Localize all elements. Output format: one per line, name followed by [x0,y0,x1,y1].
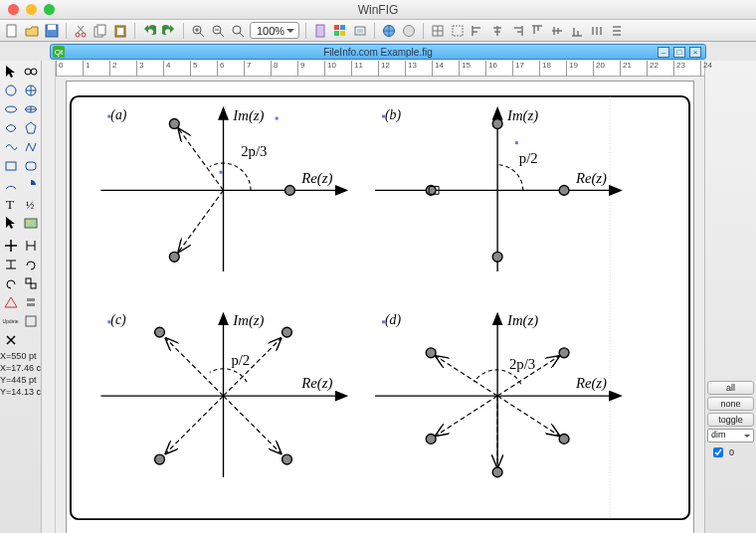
select-tool[interactable] [2,63,20,80]
svg-rect-35 [26,278,31,283]
group-button[interactable] [352,23,368,39]
ellipse-tool[interactable] [2,100,20,117]
circle-tool[interactable] [2,82,20,98]
fig-a-label: (a) [110,107,126,123]
svg-rect-22 [453,26,463,36]
align-bottom-button[interactable] [569,23,585,39]
props-tool[interactable] [22,312,40,329]
svg-point-51 [285,185,295,195]
svg-text:T: T [6,197,14,211]
align-right-button[interactable] [509,23,525,39]
cut-button[interactable] [73,23,89,39]
svg-text:p/2: p/2 [519,150,538,166]
polygon-tool[interactable] [22,119,40,136]
text-tool[interactable]: T [2,195,20,212]
svg-point-4 [82,33,86,37]
zoom-fit-button[interactable] [230,23,246,39]
page-button[interactable] [312,23,328,39]
grid-button[interactable] [430,23,446,39]
svg-rect-39 [26,316,36,326]
svg-text:2p/3: 2p/3 [509,356,535,372]
svg-rect-38 [27,303,35,306]
save-button[interactable] [44,23,60,39]
ellipse-cross-tool[interactable] [22,82,40,98]
svg-point-23 [25,69,31,75]
fill-tool[interactable] [2,214,20,231]
redo-button[interactable] [161,23,177,39]
svg-rect-52 [107,115,110,118]
svg-rect-54 [220,171,223,174]
zoom-out-button[interactable] [210,23,226,39]
align-top-button[interactable] [529,23,545,39]
svg-rect-2 [48,25,56,30]
open-button[interactable] [24,23,40,39]
layer-toggle-button[interactable]: toggle [707,413,754,427]
dist-h-button[interactable] [589,23,605,39]
dist-v-button[interactable] [609,23,625,39]
layer-0-checkbox[interactable]: 0 [707,444,754,460]
open-polygon-tool[interactable] [22,138,40,155]
zoom-in-button[interactable] [190,23,206,39]
warn-tool[interactable] [2,293,20,310]
ruler-v [42,61,56,533]
update-tool[interactable]: Update [2,312,20,329]
svg-point-61 [492,252,502,262]
drawing-canvas[interactable]: (a) Im(z) Re(z) 2p/3 [66,81,694,533]
move-tool[interactable] [2,237,20,254]
svg-rect-36 [31,283,36,288]
paste-button[interactable] [112,23,128,39]
svg-text:Im(z): Im(z) [232,107,264,124]
svg-rect-37 [27,298,35,301]
svg-rect-95 [382,320,385,323]
globe-button[interactable] [381,23,397,39]
snap-button[interactable] [450,23,466,39]
ellipse-cross2-tool[interactable] [22,100,40,117]
layer-dim-combo[interactable]: dim [707,429,754,443]
undo-button[interactable] [141,23,157,39]
layer-all-button[interactable]: all [707,381,754,395]
svg-text:½: ½ [26,199,34,211]
doc-close-icon[interactable]: × [689,47,701,58]
flip-h-tool[interactable] [22,237,40,254]
tool-palette: T ½ Update X=550 pt X=17.46 c Y=445 pt Y… [0,61,42,533]
align-middle-button[interactable] [549,23,565,39]
svg-rect-6 [97,25,105,35]
fig-c-label: (c) [110,312,126,328]
zoom-combo[interactable]: 100% [250,22,299,39]
image-tool[interactable] [22,214,40,231]
help-button[interactable] [401,23,417,39]
scale-tool[interactable] [22,274,40,291]
round-rect-tool[interactable] [22,157,40,174]
palette-button[interactable] [332,23,348,39]
app-title: WinFIG [0,3,756,17]
closed-spline-tool[interactable] [2,119,20,136]
svg-point-27 [5,106,16,112]
svg-point-24 [31,69,37,75]
text2-tool[interactable]: ½ [22,195,40,212]
mirror-tool[interactable] [22,63,40,80]
svg-text:Im(z): Im(z) [506,312,538,329]
svg-rect-0 [7,25,16,37]
svg-point-63 [559,185,569,195]
flip-v-tool[interactable] [2,256,20,272]
svg-rect-16 [340,31,345,36]
svg-point-11 [233,26,241,34]
svg-text:Im(z): Im(z) [232,312,264,329]
svg-rect-33 [25,219,37,228]
delete-tool[interactable] [2,331,20,348]
doc-minimize-icon[interactable]: – [658,47,669,58]
doc-maximize-icon[interactable]: □ [673,47,685,58]
rotate2-tool[interactable] [2,274,20,291]
rectangle-tool[interactable] [2,157,20,174]
new-button[interactable] [4,23,20,39]
layer-none-button[interactable]: none [707,397,754,411]
pie-tool[interactable] [22,176,40,193]
layers-tool[interactable] [22,293,40,310]
polyline-tool[interactable] [2,138,20,155]
arc-tool[interactable] [2,176,20,193]
align-center-button[interactable] [489,23,505,39]
rotate-tool[interactable] [22,256,40,272]
copy-button[interactable] [93,23,108,39]
svg-rect-13 [334,25,339,30]
align-left-button[interactable] [470,23,485,39]
